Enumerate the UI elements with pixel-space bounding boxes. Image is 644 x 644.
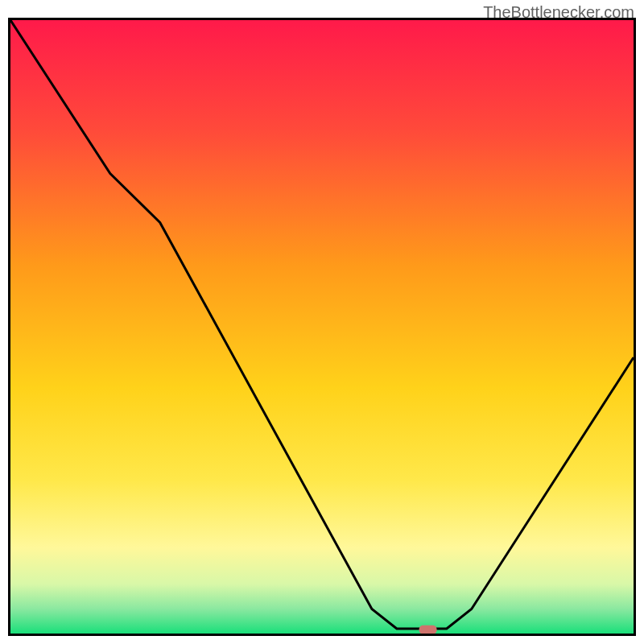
- chart-svg: [10, 20, 634, 634]
- gradient-background: [10, 20, 634, 634]
- watermark-text: TheBottlenecker.com: [483, 3, 634, 22]
- optimal-marker: [419, 625, 437, 634]
- chart-frame: [8, 18, 636, 636]
